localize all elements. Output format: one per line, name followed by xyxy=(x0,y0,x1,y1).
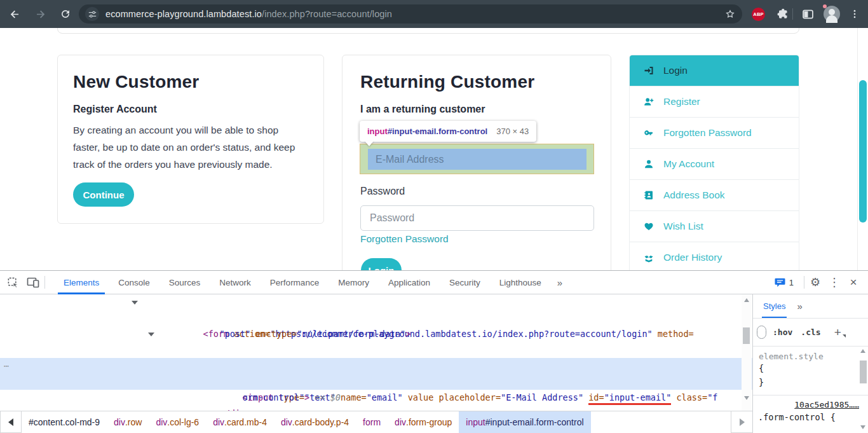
breadcrumb-div-card[interactable]: div.card.mb-4 xyxy=(206,411,274,433)
class-toggle[interactable]: .cls xyxy=(801,327,820,337)
styles-filter-icon[interactable] xyxy=(757,326,766,339)
browser-menu-kebab-icon[interactable] xyxy=(849,8,860,20)
breadcrumb-div-col[interactable]: div.col-lg-6 xyxy=(149,411,206,433)
more-panels-icon[interactable]: » xyxy=(797,301,802,312)
sidebar-item-label: Forgotten Password xyxy=(663,127,752,139)
side-panel-icon[interactable] xyxy=(801,8,815,21)
site-settings-icon[interactable] xyxy=(85,7,99,21)
devtools-toolbar: Elements Console Sources Network Perform… xyxy=(0,271,868,294)
dom-tree-scrollbar-thumb[interactable] xyxy=(743,327,750,344)
back-button[interactable] xyxy=(4,3,25,25)
page-scrollbar-thumb[interactable] xyxy=(859,80,867,223)
continue-button[interactable]: Continue xyxy=(73,182,134,207)
sidebar-item-login[interactable]: Login xyxy=(630,55,799,86)
sidebar-item-wish-list[interactable]: Wish List xyxy=(630,211,799,242)
reload-button[interactable] xyxy=(55,3,76,25)
scroll-down-icon[interactable] xyxy=(860,425,865,429)
settings-gear-icon[interactable]: ⚙ xyxy=(806,275,825,289)
email-input-highlighted[interactable]: E-Mail Address xyxy=(368,149,587,170)
forgotten-password-link[interactable]: Forgotten Password xyxy=(360,233,449,245)
sidebar-item-label: Wish List xyxy=(663,221,703,232)
dom-node-form-wrap[interactable]: "post" enctype="multipart/form-data"> xyxy=(0,310,752,326)
register-account-heading: Register Account xyxy=(73,104,157,115)
page-scrollbar[interactable] xyxy=(857,28,868,270)
dom-tree-scrollbar[interactable] xyxy=(742,294,752,411)
breadcrumb-div-form-group[interactable]: div.form-group xyxy=(388,411,459,433)
expand-arrow-icon[interactable] xyxy=(148,333,154,336)
tooltip-arrow xyxy=(365,141,374,146)
devtools-toolbar-right: 1 ⚙ ⋮ × xyxy=(775,275,868,289)
url-text: ecommerce-playground.lambdatest.io/index… xyxy=(105,9,392,19)
bookmark-star-icon[interactable] xyxy=(724,8,736,20)
address-book-icon xyxy=(644,190,654,200)
tab-elements[interactable]: Elements xyxy=(54,271,109,294)
dom-node-input-selected[interactable]: ⋯ <input type="text" name="email" value … xyxy=(0,358,752,374)
breadcrumb-div-card-body[interactable]: div.card-body.p-4 xyxy=(274,411,356,433)
password-input[interactable] xyxy=(360,205,594,231)
dom-node-form[interactable]: <form action="https://ecommerce-playgrou… xyxy=(0,294,752,310)
dom-node-div-close[interactable]: </div> xyxy=(0,390,752,406)
node-options-dots[interactable]: ⋯ xyxy=(4,358,10,374)
pseudo-class-toggle[interactable]: :hov xyxy=(773,327,792,337)
dom-node-input-wrap[interactable]: orm-control"> == $0 xyxy=(0,374,752,390)
url-bar[interactable]: ecommerce-playground.lambdatest.io/index… xyxy=(79,4,742,24)
devtools-menu-kebab-icon[interactable]: ⋮ xyxy=(825,275,844,289)
styles-scrollbar[interactable] xyxy=(858,347,868,433)
profile-avatar[interactable] xyxy=(824,6,840,22)
tab-network[interactable]: Network xyxy=(210,271,261,294)
breadcrumb-div-row[interactable]: div.row xyxy=(107,411,149,433)
scroll-down-icon[interactable] xyxy=(744,396,749,400)
tab-memory[interactable]: Memory xyxy=(329,271,379,294)
sidebar-item-forgotten-password[interactable]: Forgotten Password xyxy=(630,118,799,149)
sidebar-item-register[interactable]: Register xyxy=(630,86,799,118)
device-toolbar-icon[interactable] xyxy=(23,274,43,291)
breadcrumb-scroll-right-button[interactable] xyxy=(731,411,752,433)
dom-node-label[interactable]: <label for="input-email">E-Mail Address<… xyxy=(0,342,752,358)
form-control-rule-selector[interactable]: .form-control { xyxy=(753,409,868,422)
scroll-up-icon[interactable] xyxy=(860,349,865,353)
tooltip-element-name: input xyxy=(367,127,388,136)
more-tabs-icon[interactable]: » xyxy=(551,277,569,288)
breadcrumb-form[interactable]: form xyxy=(356,411,388,433)
scroll-up-icon[interactable] xyxy=(744,298,749,302)
stylesheet-source-link[interactable]: 10ac5ed1985…… xyxy=(753,395,868,409)
forward-button[interactable] xyxy=(29,3,51,25)
devtools-close-icon[interactable]: × xyxy=(844,275,863,289)
sidebar-item-order-history[interactable]: Order History xyxy=(630,242,799,270)
extensions-puzzle-icon[interactable] xyxy=(776,8,789,20)
tab-styles[interactable]: Styles xyxy=(763,294,785,318)
reload-icon xyxy=(60,8,71,20)
tab-performance[interactable]: Performance xyxy=(261,271,329,294)
sidebar-item-address-book[interactable]: Address Book xyxy=(630,180,799,211)
account-sidebar-menu: Login Register Forgotten Password My Acc… xyxy=(629,55,799,270)
breadcrumb-input-selected[interactable]: input#input-email.form-control xyxy=(459,411,590,433)
tab-console[interactable]: Console xyxy=(109,271,159,294)
right-arrow-icon xyxy=(740,418,745,426)
breadcrumb-scroll-left-button[interactable] xyxy=(0,411,22,433)
web-page: New Customer Register Account By creatin… xyxy=(0,28,868,270)
close-brace: } xyxy=(753,375,868,389)
adblock-extension-icon[interactable]: ABP xyxy=(752,8,765,21)
new-style-rule-icon[interactable]: + xyxy=(834,326,841,338)
expand-arrow-icon[interactable] xyxy=(132,301,138,305)
styles-toolbar: :hov .cls + xyxy=(753,319,868,347)
devtools-panel: Elements Console Sources Network Perform… xyxy=(0,270,868,433)
styles-scrollbar-thumb[interactable] xyxy=(860,361,867,383)
tab-lighthouse[interactable]: Lighthouse xyxy=(490,271,551,294)
element-style-label[interactable]: element.style xyxy=(753,347,868,361)
breadcrumb-content[interactable]: #content.col-md-9 xyxy=(22,411,107,433)
breadcrumb-strip: #content.col-md-9 div.row div.col-lg-6 d… xyxy=(22,411,591,433)
dom-node-next-form-group[interactable]: <div class="form-group">… xyxy=(0,406,752,411)
dom-node-form-group[interactable]: <div class="form-group"> xyxy=(0,326,752,342)
sidebar-item-my-account[interactable]: My Account xyxy=(630,149,799,180)
tab-application[interactable]: Application xyxy=(379,271,440,294)
toolbar-divider xyxy=(44,276,45,289)
user-plus-icon xyxy=(644,97,654,107)
issues-indicator[interactable]: 1 xyxy=(775,277,794,287)
tab-sources[interactable]: Sources xyxy=(159,271,210,294)
login-button[interactable]: Login xyxy=(361,258,402,270)
devtools-breadcrumbs: #content.col-md-9 div.row div.col-lg-6 d… xyxy=(0,411,752,433)
tab-security[interactable]: Security xyxy=(440,271,490,294)
toolbar-divider xyxy=(792,8,793,20)
inspect-element-icon[interactable] xyxy=(3,274,23,291)
